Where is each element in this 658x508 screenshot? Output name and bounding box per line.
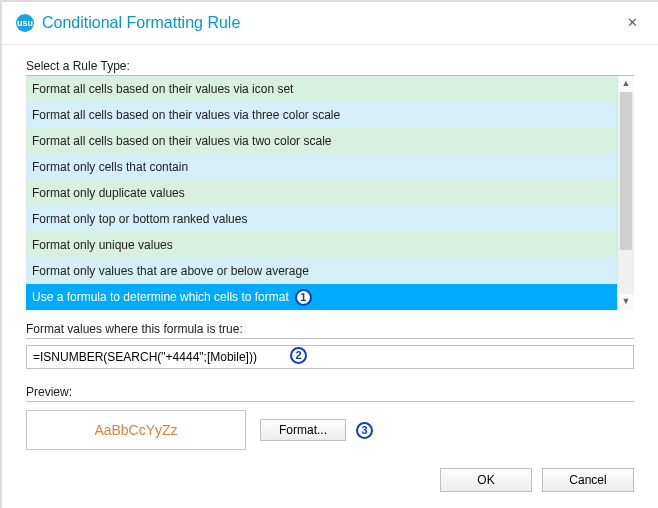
rule-type-scrollbar[interactable]: ▲ ▼ (617, 76, 634, 310)
rule-type-option[interactable]: Format all cells based on their values v… (26, 128, 618, 154)
ok-button[interactable]: OK (440, 468, 532, 492)
window-title: Conditional Formatting Rule (42, 14, 620, 32)
scroll-down-icon[interactable]: ▼ (618, 294, 634, 310)
formula-input[interactable] (26, 345, 634, 369)
rule-type-option[interactable]: Format all cells based on their values v… (26, 102, 618, 128)
rule-type-option[interactable]: Format all cells based on their values v… (26, 76, 618, 102)
close-icon[interactable]: ✕ (620, 11, 644, 35)
scroll-up-icon[interactable]: ▲ (618, 76, 634, 92)
preview-swatch: AaBbCcYyZz (26, 410, 246, 450)
rule-type-option[interactable]: Format only cells that contain (26, 154, 618, 180)
select-rule-type-label: Select a Rule Type: (26, 55, 634, 76)
rule-type-option[interactable]: Format only duplicate values (26, 180, 618, 206)
scroll-thumb[interactable] (620, 92, 632, 250)
callout-badge-3: 3 (356, 422, 373, 439)
dialog-footer: OK Cancel (440, 468, 634, 492)
rule-type-option-label: Use a formula to determine which cells t… (32, 284, 289, 310)
preview-label: Preview: (26, 381, 634, 402)
rule-type-listbox: Format all cells based on their values v… (26, 76, 634, 310)
rule-type-option[interactable]: Format only values that are above or bel… (26, 258, 618, 284)
rule-type-option[interactable]: Format only unique values (26, 232, 618, 258)
format-button[interactable]: Format... (260, 419, 346, 441)
cancel-button[interactable]: Cancel (542, 468, 634, 492)
rule-type-option-selected[interactable]: Use a formula to determine which cells t… (26, 284, 618, 310)
callout-badge-2: 2 (290, 347, 307, 364)
callout-badge-1: 1 (295, 289, 312, 306)
app-icon: usu (16, 14, 34, 32)
titlebar: usu Conditional Formatting Rule ✕ (2, 2, 658, 45)
rule-type-option[interactable]: Format only top or bottom ranked values (26, 206, 618, 232)
formula-label: Format values where this formula is true… (26, 318, 634, 339)
